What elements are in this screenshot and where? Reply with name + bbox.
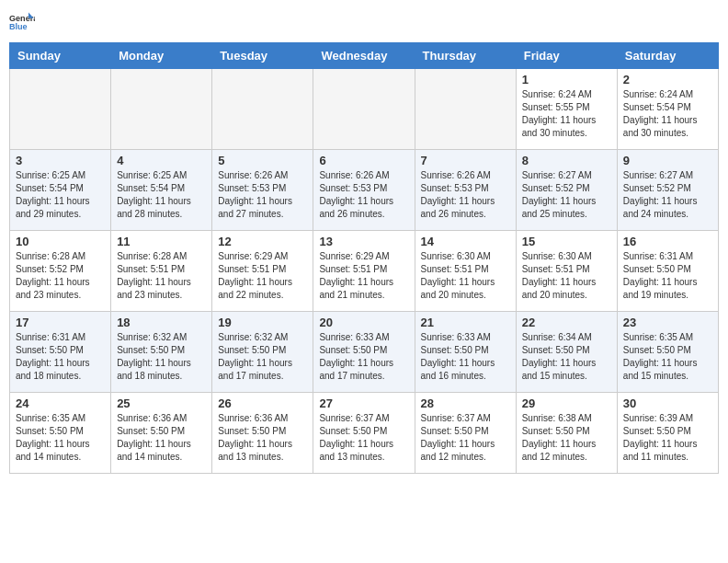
calendar-cell: 12Sunrise: 6:29 AM Sunset: 5:51 PM Dayli… xyxy=(212,231,313,312)
calendar-cell xyxy=(111,69,212,150)
calendar-cell: 7Sunrise: 6:26 AM Sunset: 5:53 PM Daylig… xyxy=(415,150,516,231)
day-number: 17 xyxy=(16,316,105,329)
calendar-cell: 4Sunrise: 6:25 AM Sunset: 5:54 PM Daylig… xyxy=(111,150,212,231)
calendar-cell: 1Sunrise: 6:24 AM Sunset: 5:55 PM Daylig… xyxy=(516,69,617,150)
calendar-cell: 13Sunrise: 6:29 AM Sunset: 5:51 PM Dayli… xyxy=(313,231,415,312)
day-info: Sunrise: 6:27 AM Sunset: 5:52 PM Dayligh… xyxy=(623,169,712,221)
day-info: Sunrise: 6:30 AM Sunset: 5:51 PM Dayligh… xyxy=(421,250,510,302)
day-number: 30 xyxy=(623,396,712,410)
calendar-cell xyxy=(212,69,313,150)
day-number: 2 xyxy=(623,73,712,86)
day-info: Sunrise: 6:24 AM Sunset: 5:55 PM Dayligh… xyxy=(522,88,611,140)
calendar-cell: 19Sunrise: 6:32 AM Sunset: 5:50 PM Dayli… xyxy=(212,312,313,393)
calendar-week-row: 10Sunrise: 6:28 AM Sunset: 5:52 PM Dayli… xyxy=(10,231,719,312)
calendar-cell xyxy=(10,69,111,150)
day-info: Sunrise: 6:28 AM Sunset: 5:51 PM Dayligh… xyxy=(117,250,206,302)
day-info: Sunrise: 6:25 AM Sunset: 5:54 PM Dayligh… xyxy=(16,169,105,221)
day-header-sunday: Sunday xyxy=(10,43,111,69)
day-info: Sunrise: 6:33 AM Sunset: 5:50 PM Dayligh… xyxy=(319,331,408,383)
day-number: 19 xyxy=(218,316,307,329)
day-info: Sunrise: 6:35 AM Sunset: 5:50 PM Dayligh… xyxy=(623,331,712,383)
day-number: 21 xyxy=(421,316,510,329)
calendar-cell xyxy=(415,69,516,150)
day-info: Sunrise: 6:32 AM Sunset: 5:50 PM Dayligh… xyxy=(218,331,307,383)
day-header-saturday: Saturday xyxy=(617,43,718,69)
day-info: Sunrise: 6:27 AM Sunset: 5:52 PM Dayligh… xyxy=(522,169,611,221)
calendar-cell: 28Sunrise: 6:37 AM Sunset: 5:50 PM Dayli… xyxy=(415,393,516,474)
day-info: Sunrise: 6:31 AM Sunset: 5:50 PM Dayligh… xyxy=(623,250,712,302)
day-info: Sunrise: 6:33 AM Sunset: 5:50 PM Dayligh… xyxy=(421,331,510,383)
day-info: Sunrise: 6:36 AM Sunset: 5:50 PM Dayligh… xyxy=(218,412,307,464)
calendar-cell: 22Sunrise: 6:34 AM Sunset: 5:50 PM Dayli… xyxy=(516,312,617,393)
day-header-friday: Friday xyxy=(516,43,617,69)
day-number: 1 xyxy=(522,73,611,86)
calendar-cell: 6Sunrise: 6:26 AM Sunset: 5:53 PM Daylig… xyxy=(313,150,415,231)
day-number: 13 xyxy=(319,235,408,248)
day-number: 12 xyxy=(218,235,307,248)
day-number: 26 xyxy=(218,396,307,410)
calendar-cell: 3Sunrise: 6:25 AM Sunset: 5:54 PM Daylig… xyxy=(10,150,111,231)
day-number: 28 xyxy=(421,396,510,410)
day-info: Sunrise: 6:29 AM Sunset: 5:51 PM Dayligh… xyxy=(218,250,307,302)
day-number: 22 xyxy=(522,316,611,329)
calendar-cell: 20Sunrise: 6:33 AM Sunset: 5:50 PM Dayli… xyxy=(313,312,415,393)
day-info: Sunrise: 6:26 AM Sunset: 5:53 PM Dayligh… xyxy=(319,169,408,221)
calendar-cell: 27Sunrise: 6:37 AM Sunset: 5:50 PM Dayli… xyxy=(313,393,415,474)
day-info: Sunrise: 6:38 AM Sunset: 5:50 PM Dayligh… xyxy=(522,412,611,464)
calendar-week-row: 17Sunrise: 6:31 AM Sunset: 5:50 PM Dayli… xyxy=(10,312,719,393)
day-info: Sunrise: 6:30 AM Sunset: 5:51 PM Dayligh… xyxy=(522,250,611,302)
day-header-monday: Monday xyxy=(111,43,212,69)
calendar-week-row: 1Sunrise: 6:24 AM Sunset: 5:55 PM Daylig… xyxy=(10,69,719,150)
day-info: Sunrise: 6:39 AM Sunset: 5:50 PM Dayligh… xyxy=(623,412,712,464)
day-number: 10 xyxy=(16,235,105,248)
calendar-cell: 17Sunrise: 6:31 AM Sunset: 5:50 PM Dayli… xyxy=(10,312,111,393)
day-info: Sunrise: 6:29 AM Sunset: 5:51 PM Dayligh… xyxy=(319,250,408,302)
day-header-thursday: Thursday xyxy=(415,43,516,69)
calendar-cell: 11Sunrise: 6:28 AM Sunset: 5:51 PM Dayli… xyxy=(111,231,212,312)
calendar-cell: 30Sunrise: 6:39 AM Sunset: 5:50 PM Dayli… xyxy=(617,393,718,474)
calendar-cell: 23Sunrise: 6:35 AM Sunset: 5:50 PM Dayli… xyxy=(617,312,718,393)
day-info: Sunrise: 6:36 AM Sunset: 5:50 PM Dayligh… xyxy=(117,412,206,464)
day-info: Sunrise: 6:24 AM Sunset: 5:54 PM Dayligh… xyxy=(623,88,712,140)
day-info: Sunrise: 6:32 AM Sunset: 5:50 PM Dayligh… xyxy=(117,331,206,383)
day-info: Sunrise: 6:25 AM Sunset: 5:54 PM Dayligh… xyxy=(117,169,206,221)
day-info: Sunrise: 6:37 AM Sunset: 5:50 PM Dayligh… xyxy=(319,412,408,464)
page-header: General Blue xyxy=(9,9,719,35)
day-number: 6 xyxy=(319,154,408,167)
day-info: Sunrise: 6:26 AM Sunset: 5:53 PM Dayligh… xyxy=(218,169,307,221)
calendar-cell xyxy=(313,69,415,150)
calendar-cell: 14Sunrise: 6:30 AM Sunset: 5:51 PM Dayli… xyxy=(415,231,516,312)
day-number: 11 xyxy=(117,235,206,248)
day-number: 9 xyxy=(623,154,712,167)
calendar-table: SundayMondayTuesdayWednesdayThursdayFrid… xyxy=(9,42,719,474)
calendar-cell: 8Sunrise: 6:27 AM Sunset: 5:52 PM Daylig… xyxy=(516,150,617,231)
day-number: 14 xyxy=(421,235,510,248)
day-number: 29 xyxy=(522,396,611,410)
day-info: Sunrise: 6:37 AM Sunset: 5:50 PM Dayligh… xyxy=(421,412,510,464)
calendar-cell: 18Sunrise: 6:32 AM Sunset: 5:50 PM Dayli… xyxy=(111,312,212,393)
logo-icon: General Blue xyxy=(9,9,35,35)
calendar-cell: 5Sunrise: 6:26 AM Sunset: 5:53 PM Daylig… xyxy=(212,150,313,231)
calendar-cell: 26Sunrise: 6:36 AM Sunset: 5:50 PM Dayli… xyxy=(212,393,313,474)
day-header-wednesday: Wednesday xyxy=(313,43,415,69)
day-info: Sunrise: 6:34 AM Sunset: 5:50 PM Dayligh… xyxy=(522,331,611,383)
day-number: 25 xyxy=(117,396,206,410)
calendar-week-row: 24Sunrise: 6:35 AM Sunset: 5:50 PM Dayli… xyxy=(10,393,719,474)
day-number: 20 xyxy=(319,316,408,329)
day-number: 5 xyxy=(218,154,307,167)
day-info: Sunrise: 6:31 AM Sunset: 5:50 PM Dayligh… xyxy=(16,331,105,383)
calendar-cell: 21Sunrise: 6:33 AM Sunset: 5:50 PM Dayli… xyxy=(415,312,516,393)
day-number: 27 xyxy=(319,396,408,410)
calendar-cell: 15Sunrise: 6:30 AM Sunset: 5:51 PM Dayli… xyxy=(516,231,617,312)
day-number: 8 xyxy=(522,154,611,167)
day-number: 16 xyxy=(623,235,712,248)
calendar-cell: 9Sunrise: 6:27 AM Sunset: 5:52 PM Daylig… xyxy=(617,150,718,231)
calendar-week-row: 3Sunrise: 6:25 AM Sunset: 5:54 PM Daylig… xyxy=(10,150,719,231)
day-number: 3 xyxy=(16,154,105,167)
svg-text:Blue: Blue xyxy=(9,22,28,31)
calendar-header-row: SundayMondayTuesdayWednesdayThursdayFrid… xyxy=(10,43,719,69)
calendar-cell: 24Sunrise: 6:35 AM Sunset: 5:50 PM Dayli… xyxy=(10,393,111,474)
calendar-cell: 10Sunrise: 6:28 AM Sunset: 5:52 PM Dayli… xyxy=(10,231,111,312)
calendar-cell: 25Sunrise: 6:36 AM Sunset: 5:50 PM Dayli… xyxy=(111,393,212,474)
day-info: Sunrise: 6:26 AM Sunset: 5:53 PM Dayligh… xyxy=(421,169,510,221)
